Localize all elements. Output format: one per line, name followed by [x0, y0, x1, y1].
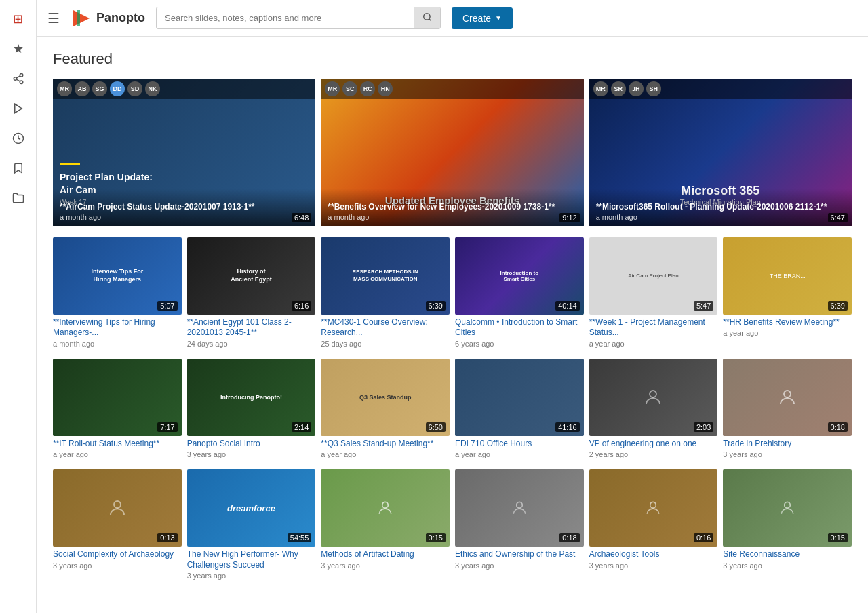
video-card-edl710[interactable]: 41:16 EDL710 Office Hours a year ago [455, 359, 584, 458]
video-title: **Ancient Egypt 101 Class 2-20201013 204… [187, 317, 316, 338]
search-button[interactable] [414, 7, 440, 28]
svg-point-2 [20, 81, 23, 84]
video-title: **HR Benefits Review Meeting** [723, 317, 852, 328]
video-card-dreamforce[interactable]: dreamforce 54:55 The New High Performer-… [187, 469, 316, 580]
video-title: The New High Performer- Why Challengers … [187, 549, 316, 570]
video-card-benefits[interactable]: MR SC RC HN Updated Employee Benefits **… [321, 79, 583, 226]
video-card-egypt[interactable]: History ofAncient Egypt 6:16 **Ancient E… [187, 237, 316, 348]
video-grid-row2: Interview Tips ForHiring Managers 5:07 *… [53, 237, 852, 348]
video-meta: 3 years ago [455, 561, 584, 570]
video-title: **Q3 Sales Stand-up Meeting** [321, 439, 450, 450]
featured-top-grid: MR AB SG DD SD NK Project Plan Update:Ai… [53, 79, 852, 226]
video-duration: 0:15 [426, 533, 446, 542]
logo[interactable]: Panopto [71, 7, 145, 29]
video-card-smartcities[interactable]: Introduction toSmart Cities 40:14 Qualco… [455, 237, 584, 348]
video-meta: 2 years ago [589, 450, 718, 458]
video-card-q3sales[interactable]: Q3 Sales Standup 6:50 **Q3 Sales Stand-u… [321, 359, 450, 458]
menu-button[interactable]: ☰ [47, 10, 60, 26]
sidebar-item-share[interactable] [5, 65, 32, 92]
sidebar-item-videos[interactable] [5, 95, 32, 122]
svg-rect-8 [77, 10, 80, 26]
video-card-aircam[interactable]: MR AB SG DD SD NK Project Plan Update:Ai… [53, 79, 315, 226]
video-card-ms365[interactable]: MR SR JH SH Microsoft 365 Technical Migr… [589, 79, 852, 226]
video-duration: 0:18 [828, 422, 848, 432]
sidebar-item-home[interactable]: ⊞ [5, 5, 32, 33]
avatar: RC [360, 81, 375, 96]
create-button[interactable]: Create ▼ [452, 7, 513, 29]
sidebar: ⊞ ★ [0, 0, 37, 613]
logo-text: Panopto [96, 11, 145, 25]
svg-point-1 [14, 77, 17, 81]
video-meta: 6 years ago [455, 340, 584, 348]
video-meta: 3 years ago [187, 450, 316, 458]
video-card-hr[interactable]: THE BRAN... 6:39 **HR Benefits Review Me… [723, 237, 852, 348]
video-card-it[interactable]: 7:17 **IT Roll-out Status Meeting** a ye… [53, 359, 182, 458]
video-duration: 40:14 [555, 301, 580, 311]
video-card-trade[interactable]: 0:18 Trade in Prehistory 3 years ago [723, 359, 852, 458]
sidebar-item-saved[interactable] [5, 155, 32, 182]
video-card-project[interactable]: Air Cam Project Plan 5:47 **Week 1 - Pro… [589, 237, 718, 348]
video-duration: 6:39 [426, 301, 446, 311]
video-thumb-ms365: MR SR JH SH Microsoft 365 Technical Migr… [589, 79, 852, 226]
video-meta: a year ago [723, 329, 852, 337]
overlay-meta: a month ago [328, 213, 576, 221]
video-duration: 6:16 [292, 301, 311, 311]
video-title: Ethics and Ownership of the Past [455, 549, 584, 560]
video-card-ethics[interactable]: 0:18 Ethics and Ownership of the Past 3 … [455, 469, 584, 580]
video-duration: 2:03 [694, 422, 713, 432]
video-meta: 24 days ago [187, 340, 316, 348]
avatar: MR [57, 81, 72, 96]
sidebar-item-recent[interactable] [5, 125, 32, 152]
video-card-siterec[interactable]: 0:15 Site Reconnaissance 3 years ago [723, 469, 852, 580]
svg-point-11 [650, 391, 656, 397]
svg-line-10 [429, 19, 431, 21]
video-card-social[interactable]: 0:13 Social Complexity of Archaeology 3 … [53, 469, 182, 580]
video-duration: 0:16 [694, 533, 713, 542]
video-card-mc430[interactable]: RESEARCH METHODS INMASS COMMUNICATION 6:… [321, 237, 450, 348]
video-meta: 3 years ago [723, 561, 852, 570]
video-grid-row4: 0:13 Social Complexity of Archaeology 3 … [53, 469, 852, 580]
video-overlay-benefits: **Benefits Overview for New Employees-20… [321, 189, 583, 226]
video-card-archaeo[interactable]: 0:16 Archaeologist Tools 3 years ago [589, 469, 718, 580]
video-meta: 3 years ago [187, 572, 316, 580]
svg-line-4 [16, 76, 20, 78]
video-duration: 0:13 [157, 533, 177, 542]
video-card-interview[interactable]: Interview Tips ForHiring Managers 5:07 *… [53, 237, 182, 348]
section-title: Featured [53, 50, 852, 68]
video-title: Methods of Artifact Dating [321, 549, 450, 560]
avatar: AB [75, 81, 90, 96]
video-duration: 6:39 [828, 301, 848, 311]
participants-strip: MR SC RC HN [321, 79, 583, 99]
video-duration: 5:07 [157, 301, 177, 311]
video-meta: 3 years ago [321, 561, 450, 570]
sidebar-item-folders[interactable] [5, 184, 32, 212]
search-input[interactable] [157, 8, 414, 28]
overlay-meta: a month ago [60, 213, 309, 221]
video-card-panopto[interactable]: Introducing Panopto! 2:14 Panopto Social… [187, 359, 316, 458]
video-duration: 6:47 [828, 213, 848, 222]
video-duration: 5:47 [694, 301, 713, 311]
video-card-vpeng[interactable]: 2:03 VP of engineering one on one 2 year… [589, 359, 718, 458]
video-card-methods[interactable]: 0:15 Methods of Artifact Dating 3 years … [321, 469, 450, 580]
sidebar-item-bookmarks[interactable]: ★ [5, 35, 32, 62]
panopto-logo-icon [71, 7, 92, 29]
video-title: **Interviewing Tips for Hiring Managers-… [53, 317, 182, 338]
avatar: SH [646, 81, 661, 96]
avatar: MR [593, 81, 608, 96]
video-meta: a year ago [321, 450, 450, 458]
video-duration: 41:16 [555, 422, 580, 432]
video-duration: 6:50 [426, 422, 446, 432]
search-box [156, 7, 441, 29]
video-title: EDL710 Office Hours [455, 439, 584, 450]
avatar: JH [629, 81, 644, 96]
video-duration: 0:15 [828, 533, 848, 542]
content-area: Featured MR AB SG DD SD NK [37, 37, 868, 613]
video-duration: 0:18 [559, 533, 579, 542]
avatar: SC [342, 81, 357, 96]
video-title: **Week 1 - Project Management Status... [589, 317, 718, 338]
svg-point-15 [516, 502, 522, 508]
create-label: Create [462, 13, 491, 24]
video-meta: 3 years ago [723, 450, 852, 458]
overlay-title: **AirCam Project Status Update-20201007 … [60, 202, 309, 213]
avatar: SG [92, 81, 107, 96]
